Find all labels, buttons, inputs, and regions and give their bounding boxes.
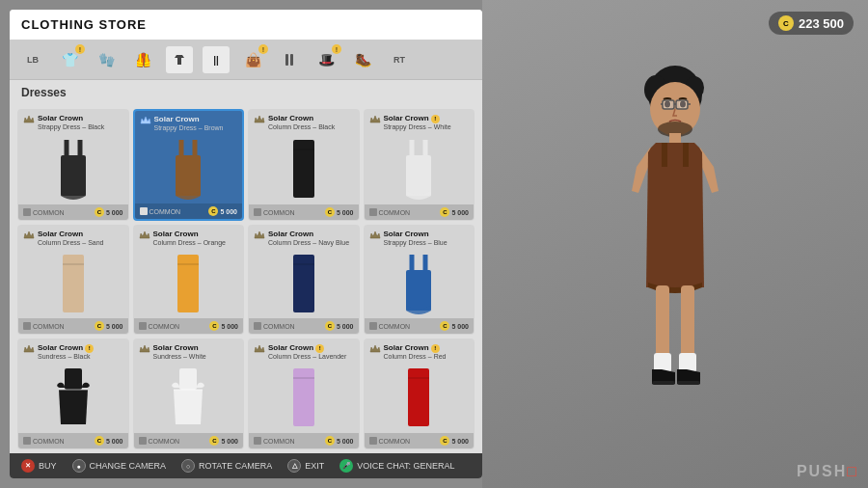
item-name-sub: Strappy Dress – Blue [384, 239, 448, 247]
price-icon: C [95, 436, 104, 446]
nav-rt[interactable]: RT [386, 46, 413, 73]
item-preview [18, 249, 128, 318]
svg-rect-4 [61, 155, 86, 196]
badge: ! [75, 44, 85, 54]
character-panel: C 223 500 [482, 0, 868, 488]
item-card-item-3[interactable]: Solar Crown Column Dress – Black COMMON … [248, 109, 360, 221]
item-footer: COMMON C 5 000 [249, 433, 359, 448]
nav-dress[interactable] [166, 46, 193, 73]
item-info: Solar Crown Strappy Dress – Black [38, 114, 104, 131]
svg-rect-17 [293, 255, 314, 312]
item-card-top: Solar Crown Strappy Dress – Blue [365, 226, 475, 249]
item-brand: Solar Crown [38, 114, 104, 123]
item-card-item-12[interactable]: Solar Crown ! Column Dress – Red COMMON … [364, 339, 475, 449]
rarity-icon [254, 322, 261, 330]
nav-legs[interactable] [276, 46, 303, 73]
item-rarity: COMMON [140, 207, 181, 215]
action-change-camera[interactable]: ● CHANGE CAMERA [72, 459, 167, 473]
item-preview [365, 249, 475, 318]
svg-rect-26 [293, 368, 314, 426]
rarity-icon [369, 322, 377, 330]
item-name-sub: Column Dress – Orange [153, 239, 226, 247]
item-footer: COMMON C 5 000 [249, 204, 359, 220]
price-icon: C [95, 207, 104, 217]
rarity-icon [369, 437, 377, 445]
item-card-item-6[interactable]: Solar Crown Column Dress – Orange COMMON… [133, 225, 245, 335]
price-icon: C [440, 321, 449, 331]
voice-btn-icon: 🎤 [339, 459, 353, 473]
nav-vest[interactable]: 🦺 [129, 46, 156, 73]
item-card-item-1[interactable]: Solar Crown Strappy Dress – Black COMMON… [17, 109, 129, 221]
item-card-item-2[interactable]: Solar Crown Strappy Dress – Brown COMMON… [133, 109, 245, 221]
rarity-icon [140, 207, 148, 215]
svg-rect-39 [663, 100, 674, 109]
item-info: Solar Crown ! Column Dress – Lavender [268, 343, 346, 361]
price-icon: C [440, 436, 449, 446]
item-card-item-4[interactable]: Solar Crown ! Strappy Dress – White COMM… [364, 109, 475, 221]
item-brand: Solar Crown [268, 114, 335, 123]
action-voice[interactable]: 🎤 VOICE CHAT: GENERAL [339, 459, 454, 473]
crown-icon [139, 230, 150, 241]
svg-rect-24 [179, 368, 197, 390]
item-card-item-11[interactable]: Solar Crown ! Column Dress – Lavender CO… [248, 339, 360, 449]
currency-amount: 223 500 [799, 16, 844, 31]
nav-gloves[interactable]: 🧤 [93, 46, 120, 73]
svg-rect-49 [681, 285, 694, 363]
item-card-item-7[interactable]: Solar Crown Column Dress – Navy Blue COM… [248, 225, 360, 335]
item-card-top: Solar Crown Column Dress – Black [249, 110, 359, 133]
item-name-sub: Strappy Dress – Brown [154, 124, 224, 132]
item-brand: Solar Crown [154, 115, 224, 124]
push-logo: PUSH□ [797, 463, 858, 480]
nav-hat[interactable]: 🎩! [312, 46, 339, 73]
item-name-sub: Column Dress – Red [384, 353, 447, 361]
rotate-btn-icon: ○ [181, 459, 195, 473]
item-preview [18, 133, 128, 204]
crown-icon [139, 343, 150, 355]
item-footer: COMMON C 5 000 [18, 318, 128, 334]
nav-shoes[interactable]: 🥾 [349, 46, 376, 73]
item-rarity: COMMON [23, 208, 65, 216]
item-name-sub: Strappy Dress – White [384, 123, 451, 131]
item-info: Solar Crown ! Strappy Dress – White [384, 114, 451, 131]
item-preview [249, 364, 359, 433]
svg-rect-7 [176, 155, 201, 196]
item-info: Solar Crown Column Dress – Black [268, 114, 335, 131]
item-rarity: COMMON [254, 437, 295, 445]
item-price: C 5 000 [325, 207, 354, 217]
item-info: Solar Crown Sundress – White [153, 343, 206, 361]
price-icon: C [325, 436, 335, 446]
item-card-top: Solar Crown Sundress – White [134, 339, 244, 363]
item-preview [134, 249, 244, 318]
item-card-item-5[interactable]: Solar Crown Column Dress – Sand COMMON C… [17, 225, 129, 335]
crown-icon [369, 230, 381, 241]
item-card-item-8[interactable]: Solar Crown Strappy Dress – Blue COMMON … [364, 225, 475, 335]
action-buy[interactable]: ✕ BUY [21, 459, 57, 473]
action-exit[interactable]: △ EXIT [287, 459, 324, 473]
item-price: C 5 000 [95, 436, 123, 446]
buy-btn-icon: ✕ [21, 459, 35, 473]
item-preview [365, 364, 475, 433]
nav-belt[interactable]: || [203, 46, 230, 73]
item-info: Solar Crown Strappy Dress – Blue [384, 230, 448, 247]
item-footer: COMMON C 5 000 [135, 203, 243, 219]
item-rarity: COMMON [23, 322, 65, 330]
items-grid: Solar Crown Strappy Dress – Black COMMON… [10, 105, 482, 453]
nav-tops[interactable]: 👕! [56, 46, 83, 73]
nav-bag[interactable]: 👜! [239, 46, 266, 73]
nav-lb[interactable]: LB [19, 46, 46, 73]
action-bar: ✕ BUY ● CHANGE CAMERA ○ ROTATE CAMERA △ … [10, 453, 482, 478]
price-icon: C [440, 207, 449, 217]
item-card-top: Solar Crown Strappy Dress – Black [18, 110, 128, 133]
svg-rect-40 [676, 100, 688, 109]
item-name-sub: Sundress – White [153, 353, 206, 361]
price-icon: C [95, 321, 104, 331]
item-name-sub: Column Dress – Black [268, 123, 335, 131]
crown-icon [254, 114, 265, 125]
item-card-item-10[interactable]: Solar Crown Sundress – White COMMON C 5 … [133, 339, 245, 449]
action-rotate[interactable]: ○ ROTATE CAMERA [181, 459, 272, 473]
badge: ! [332, 44, 341, 54]
rarity-icon [23, 322, 31, 330]
item-info: Solar Crown ! Column Dress – Red [384, 343, 447, 361]
item-card-item-9[interactable]: Solar Crown ! Sundress – Black COMMON C … [17, 339, 129, 449]
svg-rect-48 [656, 285, 669, 363]
